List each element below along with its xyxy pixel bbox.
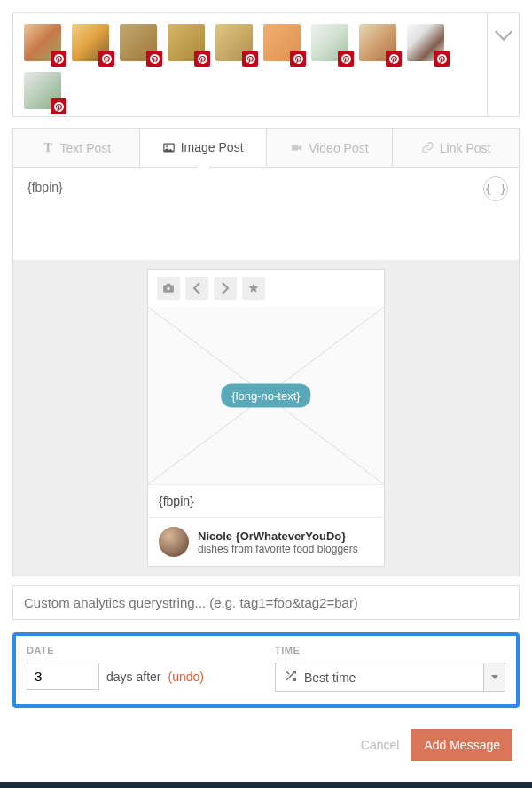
preview-toolbar — [148, 270, 384, 307]
thumbnail-item[interactable] — [311, 24, 348, 61]
pinterest-icon — [338, 51, 354, 67]
thumbnail-grid — [13, 13, 487, 116]
time-select[interactable]: Best time — [275, 663, 505, 692]
tab-label: Text Post — [60, 141, 112, 155]
time-value: Best time — [304, 671, 356, 685]
pinterest-icon — [290, 51, 306, 67]
pinterest-icon — [242, 51, 258, 67]
next-image-button[interactable] — [214, 277, 237, 300]
thumbnail-item[interactable] — [263, 24, 301, 61]
analytics-querystring-input[interactable] — [12, 585, 520, 620]
svg-point-1 — [166, 145, 168, 147]
tab-link-post[interactable]: Link Post — [393, 129, 519, 167]
preview-card: {long-no-text} {fbpin} Nicole {OrWhateve… — [147, 269, 385, 567]
favorite-button[interactable] — [242, 277, 265, 300]
add-message-button[interactable]: Add Message — [411, 729, 512, 761]
editor-panel: {fbpin} { } {long-no-text} {fbpin} — [12, 167, 520, 576]
thumbnail-item[interactable] — [168, 24, 205, 61]
pinterest-icon — [51, 51, 66, 67]
pinterest-icon — [98, 51, 114, 67]
tab-image-post[interactable]: Image Post — [140, 129, 267, 167]
author-subtitle: dishes from favorite food bloggers — [198, 543, 358, 555]
days-after-text: days after — [106, 670, 160, 684]
schedule-panel: DATE days after (undo) TIME Best time — [12, 632, 520, 708]
time-label: TIME — [275, 645, 505, 655]
tab-label: Image Post — [181, 140, 244, 154]
thumbnail-item[interactable] — [359, 24, 396, 61]
camera-button[interactable] — [157, 277, 180, 300]
author-name: Nicole {OrWhateverYouDo} — [198, 529, 358, 543]
text-icon: T — [42, 141, 55, 154]
bottom-bar — [0, 782, 532, 788]
thumbnail-item[interactable] — [24, 72, 61, 109]
prev-image-button[interactable] — [185, 277, 208, 300]
pinterest-icon — [146, 51, 162, 67]
tab-label: Link Post — [440, 141, 491, 155]
link-icon — [421, 141, 434, 154]
days-after-input[interactable] — [27, 663, 99, 690]
undo-link[interactable]: (undo) — [168, 670, 203, 684]
pinterest-icon — [434, 51, 450, 67]
editor-content: {fbpin} — [27, 180, 63, 194]
tab-label: Video Post — [309, 141, 368, 155]
thumbnail-panel — [12, 12, 520, 117]
tab-text-post[interactable]: T Text Post — [13, 129, 140, 167]
expand-thumbnails-button[interactable] — [487, 13, 519, 116]
video-icon — [290, 141, 303, 154]
thumbnail-item[interactable] — [215, 24, 253, 61]
image-icon — [162, 141, 176, 154]
preview-image-placeholder: {long-no-text} — [148, 307, 384, 484]
thumbnail-item[interactable] — [407, 24, 444, 61]
preview-author-row: Nicole {OrWhateverYouDo} dishes from fav… — [148, 517, 384, 566]
post-text-editor[interactable]: {fbpin} { } — [13, 168, 519, 260]
svg-rect-2 — [292, 145, 299, 150]
thumbnail-item[interactable] — [72, 24, 109, 61]
preview-caption: {fbpin} — [148, 484, 384, 517]
date-label: DATE — [27, 645, 257, 655]
preview-area: {long-no-text} {fbpin} Nicole {OrWhateve… — [13, 260, 519, 576]
shuffle-icon — [285, 670, 297, 685]
placeholder-badge: {long-no-text} — [221, 384, 310, 408]
insert-variable-button[interactable]: { } — [483, 176, 508, 201]
pinterest-icon — [194, 51, 210, 67]
footer-actions: Cancel Add Message — [12, 708, 520, 770]
post-type-tabs: T Text Post Image Post Video Post Link P… — [12, 128, 520, 167]
time-dropdown-caret[interactable] — [483, 663, 505, 691]
cancel-button[interactable]: Cancel — [361, 738, 400, 752]
tab-video-post[interactable]: Video Post — [267, 129, 394, 167]
chevron-down-icon — [495, 23, 512, 41]
avatar — [159, 527, 189, 557]
pinterest-icon — [51, 98, 66, 114]
thumbnail-item[interactable] — [120, 24, 157, 61]
pinterest-icon — [386, 51, 402, 67]
thumbnail-item[interactable] — [24, 24, 61, 61]
svg-point-3 — [167, 287, 170, 291]
